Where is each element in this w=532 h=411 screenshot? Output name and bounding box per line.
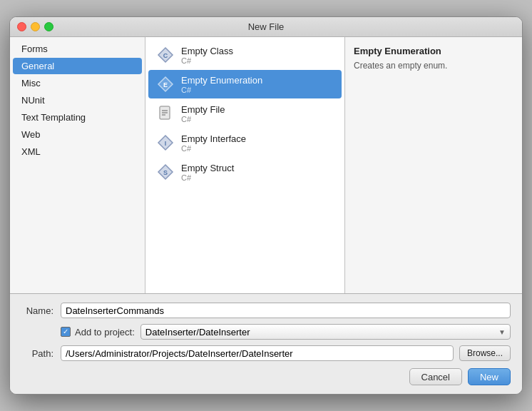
file-item-empty-class[interactable]: C Empty Class C# [148,41,342,69]
name-label: Name: [21,305,53,316]
svg-text:I: I [165,140,167,147]
empty-interface-info: Empty Interface C# [181,133,334,153]
empty-interface-subtitle: C# [181,144,334,153]
browse-button[interactable]: Browse... [459,345,511,361]
empty-enumeration-info: Empty Enumeration C# [181,75,334,94]
name-row: Name: [21,303,511,318]
path-input[interactable] [61,345,454,361]
empty-struct-subtitle: C# [181,173,334,182]
empty-file-info: Empty File C# [181,104,334,123]
project-row: Add to project: DateInserter/DateInserte… [21,324,511,340]
file-item-empty-interface[interactable]: I Empty Interface C# [148,128,342,157]
empty-class-icon: C [155,45,175,65]
description-title: Empty Enumeration [354,46,513,56]
description-panel: Empty Enumeration Creates an empty enum. [345,37,522,293]
sidebar-item-xml[interactable]: XML [13,143,142,160]
sidebar-item-nunit[interactable]: NUnit [13,92,142,108]
dropdown-arrow-icon: ▼ [498,328,506,336]
empty-class-subtitle: C# [181,56,334,65]
sidebar-item-misc[interactable]: Misc [13,75,142,91]
file-item-empty-enumeration[interactable]: E Empty Enumeration C# [148,70,342,98]
path-row: Path: Browse... [21,345,511,361]
add-to-project-label: Add to project: [75,327,135,338]
minimize-button[interactable] [31,22,40,31]
description-text: Creates an empty enum. [354,61,513,71]
empty-file-subtitle: C# [181,115,334,123]
empty-struct-info: Empty Struct C# [181,163,334,182]
file-item-empty-struct[interactable]: S Empty Struct C# [148,158,342,186]
add-to-project-checkbox[interactable] [61,327,71,337]
sidebar: FormsGeneralMiscNUnitText TemplatingWebX… [10,37,145,293]
svg-text:S: S [163,169,168,176]
path-label: Path: [21,348,53,359]
dialog-title: New File [248,21,285,32]
sidebar-item-text-templating[interactable]: Text Templating [13,109,142,126]
empty-file-icon [155,103,175,123]
empty-interface-icon: I [155,133,175,153]
sidebar-item-forms[interactable]: Forms [13,41,142,57]
empty-class-info: Empty Class C# [181,46,334,65]
file-item-empty-file[interactable]: Empty File C# [148,99,342,128]
empty-enumeration-icon: E [155,74,175,94]
bottom-area: Name: Add to project: DateInserter/DateI… [10,294,522,394]
project-value: DateInserter/DateInserter [145,327,250,338]
checkbox-area: Add to project: DateInserter/DateInserte… [61,324,511,340]
project-select[interactable]: DateInserter/DateInserter ▼ [140,324,511,340]
empty-class-title: Empty Class [181,46,334,56]
empty-struct-title: Empty Struct [181,163,334,173]
file-list: C Empty Class C# E Empty Enumeration C# … [145,37,345,293]
sidebar-item-general[interactable]: General [13,58,142,74]
svg-text:C: C [163,52,168,59]
empty-struct-icon: S [155,162,175,182]
empty-enumeration-title: Empty Enumeration [181,75,334,86]
empty-enumeration-subtitle: C# [181,86,334,94]
name-input[interactable] [61,303,511,318]
button-row: Cancel New [21,368,511,385]
close-button[interactable] [17,22,26,31]
maximize-button[interactable] [44,22,53,31]
new-button[interactable]: New [468,368,511,385]
sidebar-item-web[interactable]: Web [13,126,142,143]
svg-text:E: E [163,81,168,88]
empty-interface-title: Empty Interface [181,133,334,144]
window-controls [17,22,53,31]
cancel-button[interactable]: Cancel [409,368,462,385]
new-file-dialog: New File FormsGeneralMiscNUnitText Templ… [9,16,523,395]
empty-file-title: Empty File [181,104,334,115]
title-bar: New File [10,17,522,37]
main-content: FormsGeneralMiscNUnitText TemplatingWebX… [10,37,522,294]
